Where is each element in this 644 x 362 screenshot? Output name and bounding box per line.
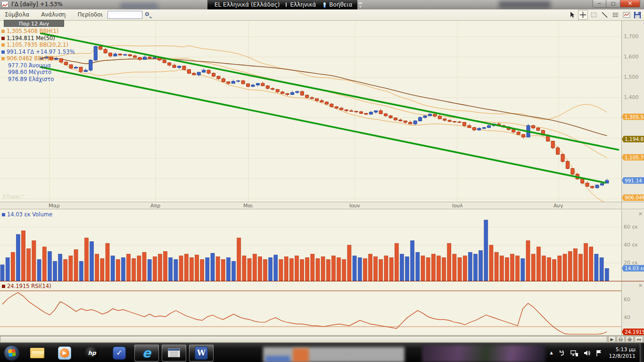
volume-bar (264, 259, 267, 281)
volume-bar (269, 258, 272, 281)
explorer-taskbar-button[interactable] (25, 345, 50, 362)
candle (340, 108, 343, 109)
minimize-button[interactable]: − (593, 0, 606, 8)
volume-bar (221, 259, 225, 281)
show-desktop-button[interactable] (640, 343, 644, 362)
clock-date: 12/8/2011 (609, 353, 636, 360)
candle (192, 73, 196, 74)
symbol-search-input[interactable] (107, 11, 142, 19)
candle (561, 154, 564, 161)
volume-bar (405, 257, 409, 281)
volume-bar (605, 268, 609, 281)
region-tool-button[interactable] (589, 10, 599, 20)
candle (409, 122, 412, 123)
candle (207, 70, 210, 73)
search-icon[interactable] (145, 12, 149, 16)
legend-text: 977.70 Άνοιγμα (8, 62, 51, 69)
scroll-right-button[interactable]: ▶ (608, 336, 616, 343)
zoom-out-button[interactable]: ⊖ (617, 336, 625, 343)
show-hidden-icons-button[interactable]: ▲ (550, 351, 553, 355)
candle (404, 121, 407, 122)
network-icon[interactable] (570, 349, 578, 357)
legend-text: 906.0462 BBL(1) (7, 55, 52, 62)
volume-bar (237, 238, 241, 281)
candle (423, 116, 427, 117)
close-button[interactable]: × (620, 0, 640, 8)
start-button[interactable] (4, 345, 20, 361)
chart-app-taskbar-button[interactable] (162, 345, 186, 362)
word-taskbar-button[interactable]: W (189, 345, 214, 362)
horizontal-scrollbar[interactable]: ▶ ⊖ ⊕ ↔ (0, 335, 644, 343)
minimize-icon: − (597, 1, 601, 6)
levels-tool-button[interactable] (611, 10, 620, 20)
crosshair-tool-button[interactable] (578, 10, 588, 20)
candle (197, 72, 200, 75)
volume-bar (179, 256, 183, 281)
check-app-taskbar-button[interactable]: ✓ (107, 345, 132, 362)
save-button[interactable] (632, 10, 642, 20)
volume-bar (6, 258, 9, 281)
candle (399, 120, 402, 121)
candle (330, 104, 333, 107)
maximize-button[interactable]: □ (606, 0, 620, 8)
volume-bar (331, 256, 335, 281)
internet-explorer-taskbar-button[interactable]: e (134, 345, 159, 362)
menu-periods[interactable]: Περίοδοι (73, 9, 107, 18)
candle (79, 67, 83, 72)
rsi-pane[interactable]: 24.1915 RSI(14) (0, 281, 621, 335)
candle (345, 110, 348, 111)
taskbar-blur-blob (293, 348, 309, 362)
taskbar-clock[interactable]: 5:13 μμ 12/8/2011 (609, 346, 636, 360)
power-plug-icon[interactable] (558, 349, 565, 357)
price-tick: 1,700 (624, 33, 639, 40)
candle (472, 128, 476, 130)
volume-bar (495, 252, 498, 281)
keyboard-layout-label[interactable]: Ελληνικά (287, 1, 319, 8)
legend-row: 976.89 Ελάχιστο (8, 76, 75, 83)
zoom-in-button[interactable]: ⊕ (626, 336, 634, 343)
time-axis-corner (621, 202, 644, 209)
candle (462, 122, 466, 125)
candle (118, 54, 122, 55)
volume-bar (400, 254, 404, 281)
price-tag: 1,194.811 (622, 136, 644, 142)
candle (394, 118, 397, 120)
close-volume-pane-icon[interactable]: × (638, 211, 643, 217)
action-center-flag-icon[interactable] (595, 349, 602, 357)
rsi-axis[interactable]: × 604024.1915 (621, 281, 644, 335)
time-axis[interactable]: ΜαρΑπρΜαιΙουνΙουλΑυγ (0, 202, 622, 209)
volume-bar (542, 256, 545, 281)
volume-bar (547, 258, 551, 281)
volume-bar (389, 258, 393, 281)
candle (478, 128, 481, 130)
legend-marker (1, 57, 5, 60)
word-icon: W (195, 346, 208, 360)
candle (532, 125, 535, 128)
volume-bar (511, 254, 514, 281)
media-player-taskbar-button[interactable]: ▶ (52, 345, 77, 362)
taskbar: ▶ hp ✓ e W ▲ (0, 343, 644, 362)
price-axis[interactable]: 1,7001,6001,5001,4001,305.5401,194.8111,… (621, 21, 644, 202)
chart-style-button[interactable] (621, 10, 631, 20)
legend-marker (1, 43, 5, 47)
range-button[interactable]: ↔ (635, 336, 643, 343)
trendline-tool-button[interactable] (600, 10, 610, 20)
volume-axis[interactable]: × 60 εκ40 εκ20 εκ14.03 εκ (621, 210, 644, 281)
volume-icon[interactable] (583, 349, 591, 357)
volume-bar (22, 231, 25, 281)
volume-bar (174, 259, 178, 281)
language-indicator[interactable]: EL Ελληνικά (Ελλάδας) (211, 1, 283, 8)
pointer-tool-button[interactable] (567, 10, 577, 20)
candle (124, 55, 127, 55)
volume-bar (431, 254, 435, 281)
language-bar-options-icon[interactable]: ▬▾ (355, 1, 365, 8)
language-bar[interactable]: EL Ελληνικά (Ελλάδας) Ελληνικά ? Βοήθεια… (207, 0, 357, 9)
hp-taskbar-button[interactable]: hp (80, 345, 104, 362)
language-bar-help[interactable]: Βοήθεια (326, 1, 355, 8)
menu-analysis[interactable]: Ανάλυση (36, 9, 70, 18)
price-chart-pane[interactable]: 1,305.5408 BBH(1)1,194.811 Me(50)1,105.7… (0, 21, 621, 202)
volume-pane[interactable]: 14.03 εκ Volume (0, 210, 621, 281)
close-rsi-pane-icon[interactable]: × (638, 282, 643, 288)
menu-symbols[interactable]: Σύμβολα (0, 9, 34, 18)
scrollbar-thumb[interactable] (0, 336, 607, 343)
